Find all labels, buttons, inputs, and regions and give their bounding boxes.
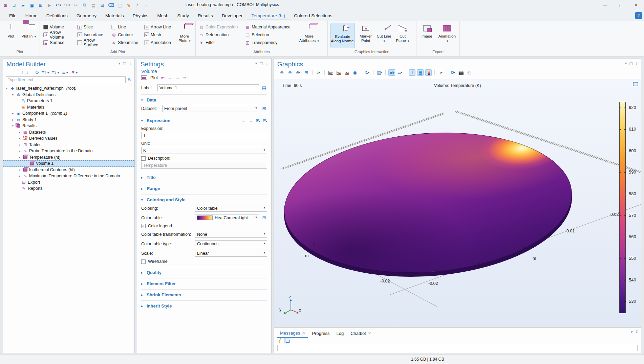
- grid-toggle-icon[interactable]: ▦: [417, 69, 424, 76]
- camera-projection-icon[interactable]: ◉: [352, 69, 358, 76]
- chevron-right-icon[interactable]: ▸: [11, 118, 15, 121]
- tree-item-probe-temperature[interactable]: ▸ ∿ Probe Temperature in the Domain: [3, 148, 134, 154]
- color-legend-toggle-icon[interactable]: [425, 69, 432, 76]
- more-plots-button[interactable]: More Plots ▾: [176, 23, 193, 48]
- add-plot-isosurface[interactable]: ◗Isosurface: [77, 31, 107, 38]
- wireframe-checkbox[interactable]: [141, 259, 146, 264]
- chevron-right-icon[interactable]: ▸: [11, 112, 15, 115]
- duplicate-icon[interactable]: ⊟: [100, 2, 105, 8]
- chevron-right-icon[interactable]: ▸: [18, 137, 21, 140]
- add-plot-surface[interactable]: ▄Surface: [43, 39, 73, 46]
- brush-select-icon[interactable]: ⬊: [126, 2, 131, 8]
- color-table-select[interactable]: HeatCameraLight: [195, 214, 259, 221]
- pin-panel-icon[interactable]: ↧: [635, 330, 638, 334]
- expr-unit-icon[interactable]: ⊟▾: [263, 118, 267, 123]
- section-data[interactable]: ▾Data: [141, 97, 267, 103]
- animation-button[interactable]: Animation▾: [437, 23, 457, 48]
- add-plot-mesh[interactable]: ◣Mesh: [144, 31, 173, 38]
- axis-triad-toggle-icon[interactable]: ⊥: [409, 69, 415, 76]
- section-inherit-style[interactable]: ▸Inherit Style: [141, 303, 267, 309]
- clear-messages-icon[interactable]: [277, 338, 282, 343]
- image-button[interactable]: Image: [419, 23, 435, 48]
- more-attributes-button[interactable]: More Attributes ▾: [297, 23, 321, 48]
- show-icon[interactable]: ⊙: [35, 70, 39, 75]
- refresh-icon[interactable]: ↻: [128, 77, 132, 83]
- rotate-view-icon[interactable]: ↻▾: [364, 69, 370, 76]
- unit-select[interactable]: K: [141, 147, 267, 154]
- expression-input[interactable]: [141, 132, 267, 139]
- tree-item-export[interactable]: ▤ Export: [3, 179, 134, 186]
- close-tab-icon[interactable]: ✕: [368, 331, 371, 336]
- scene-appearance-icon[interactable]: ▧▾: [376, 69, 383, 76]
- expr-insert-icon[interactable]: ⊞▾: [256, 118, 260, 123]
- add-plot-contour[interactable]: ◎Contour: [111, 31, 140, 38]
- plot-next-icon[interactable]: →: [175, 75, 179, 80]
- label-input[interactable]: [157, 84, 259, 91]
- tree-item-results[interactable]: ▾ Results: [3, 123, 134, 129]
- section-element-filter[interactable]: ▸Element Filter: [141, 281, 267, 286]
- cut-line-button[interactable]: Cut Line ▾: [377, 23, 391, 48]
- chevron-down-icon[interactable]: ▾: [11, 93, 15, 96]
- delete-icon[interactable]: ⌫: [108, 2, 114, 8]
- tab-materials[interactable]: Materials: [101, 11, 128, 20]
- tab-colored-selections[interactable]: Colored Selections: [289, 11, 337, 20]
- snapshot-icon[interactable]: 📷: [458, 69, 464, 76]
- plot-last-icon[interactable]: ⇥: [183, 75, 186, 80]
- add-plot-streamline[interactable]: ≋Streamline: [111, 39, 140, 46]
- section-shrink-elements[interactable]: ▸Shrink Elements: [141, 292, 267, 297]
- section-expression[interactable]: ▾Expression ← → ⊞▾ ⊟▾: [141, 118, 267, 123]
- tree-item-datasets[interactable]: ▸ ▦ Datasets: [3, 129, 134, 136]
- tree-item-study[interactable]: ▸ ∞ Study 1: [3, 117, 134, 123]
- paste-icon[interactable]: ▤: [91, 2, 96, 8]
- tab-home[interactable]: Home: [21, 11, 42, 20]
- panel-menu-icon[interactable]: ▾: [255, 61, 257, 66]
- color-table-type-select[interactable]: Continuous: [195, 240, 267, 247]
- transparency-toggle-icon[interactable]: ▱▾: [397, 69, 403, 76]
- color-table-settings-icon[interactable]: ⊞: [261, 215, 267, 221]
- view-yz-icon[interactable]: yz: [336, 69, 342, 76]
- cut-plane-button[interactable]: Cut Plane ▾: [394, 23, 411, 48]
- tab-temperature-ht[interactable]: Temperature (ht): [247, 11, 289, 20]
- plot-in-button[interactable]: Plot In ▾: [21, 23, 37, 48]
- tree-item-volume-1[interactable]: Volume 1: [3, 160, 134, 167]
- tree-item-materials[interactable]: ◉ Materials: [3, 104, 134, 111]
- tree-item-global-definitions[interactable]: ▾ ⊕ Global Definitions: [3, 92, 134, 98]
- update-plot-icon[interactable]: ⟳▾: [450, 69, 456, 76]
- zoom-out-icon[interactable]: ⊖: [287, 69, 293, 76]
- select-box-icon[interactable]: ⬚: [117, 2, 123, 8]
- move-down-icon[interactable]: ↓: [27, 70, 29, 75]
- settings-plot-button[interactable]: Plot: [150, 75, 158, 80]
- tree-filter-input[interactable]: [6, 76, 126, 83]
- tab-physics[interactable]: Physics: [128, 11, 153, 20]
- add-plot-slice[interactable]: ∥Slice: [77, 24, 107, 30]
- chevron-down-icon[interactable]: ▾: [11, 124, 15, 128]
- plot-first-icon[interactable]: ⇤: [161, 75, 165, 80]
- tab-file[interactable]: File: [5, 11, 21, 20]
- close-tab-icon[interactable]: ✕: [302, 331, 305, 335]
- pin-panel-icon[interactable]: ↧: [635, 61, 638, 66]
- color-table-transformation-select[interactable]: None: [195, 231, 267, 238]
- plot-canvas[interactable]: Time=60 s Volume: Temperature (K) 0.02 0…: [274, 79, 641, 325]
- tab-geometry[interactable]: Geometry: [72, 11, 101, 20]
- add-plot-arrow-volume[interactable]: ⇶Arrow Volume: [43, 31, 73, 38]
- view-xy-icon[interactable]: xy: [327, 69, 334, 76]
- chevron-right-icon[interactable]: ▸: [18, 168, 21, 172]
- chevron-down-icon[interactable]: ▾: [5, 87, 8, 90]
- tree-item-reports[interactable]: ✎ Reports: [3, 185, 134, 192]
- run-icon[interactable]: ▶: [47, 2, 52, 8]
- tab-chatbot[interactable]: Chatbot✕: [348, 329, 374, 337]
- add-plot-line[interactable]: ▭Line: [111, 24, 140, 30]
- redo-icon[interactable]: ↷▾: [64, 2, 70, 8]
- tree-item-tables[interactable]: ▸ ⊞ Tables: [3, 142, 134, 148]
- view-orientation-icon[interactable]: ⅄▾: [315, 69, 322, 76]
- panel-menu-icon[interactable]: ▾: [625, 61, 627, 66]
- sound-icon[interactable]: ◀)▾: [388, 69, 395, 76]
- section-title[interactable]: ▸Title: [141, 175, 267, 180]
- save-icon[interactable]: ▣: [29, 2, 35, 8]
- tree-item-component[interactable]: ▸ ▣ Component 1(comp 1): [3, 110, 134, 117]
- zoom-box-icon[interactable]: ⊕▾: [295, 69, 301, 76]
- chevron-right-icon[interactable]: ▸: [18, 131, 21, 134]
- model-tree-nodes-icon[interactable]: ≣▾: [62, 70, 68, 75]
- add-plot-volume[interactable]: ⬛Volume: [43, 24, 73, 30]
- open-messages-window-icon[interactable]: [284, 338, 290, 343]
